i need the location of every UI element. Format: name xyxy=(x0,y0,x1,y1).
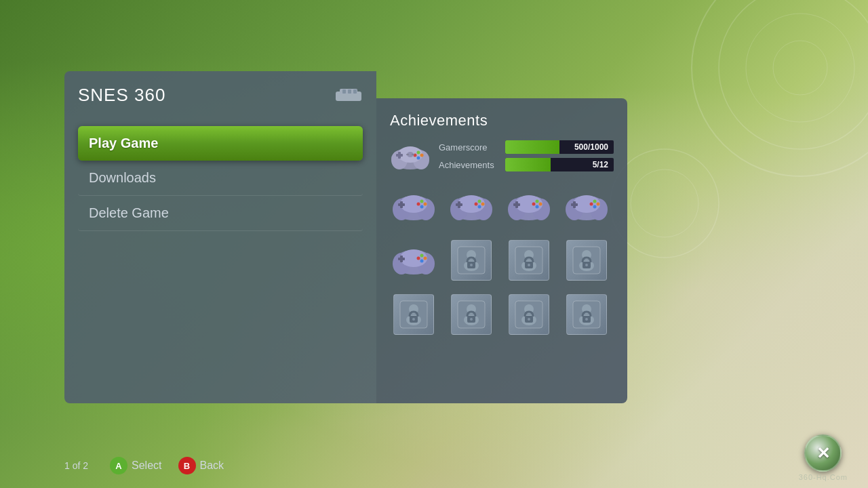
button-b-hint: B Back xyxy=(178,457,224,474)
locked-icon xyxy=(566,294,607,335)
svg-point-61 xyxy=(589,203,593,206)
cartridge-icon xyxy=(334,89,363,102)
svg-point-41 xyxy=(474,203,477,206)
button-b-letter: B xyxy=(184,461,190,471)
panel-title: SNES 360 xyxy=(78,85,363,106)
svg-rect-73 xyxy=(400,256,403,262)
svg-point-115 xyxy=(585,318,588,321)
svg-rect-9 xyxy=(348,89,351,94)
achievement-item-locked xyxy=(448,237,495,284)
svg-rect-33 xyxy=(400,201,403,208)
svg-point-3 xyxy=(773,41,827,95)
gamerscore-label: Gamerscore xyxy=(439,142,500,152)
menu-panel: SNES 360 Play Game Downloads Delete xyxy=(64,71,376,403)
site-watermark: 360-Hq.Com xyxy=(799,473,848,481)
achievement-item xyxy=(390,182,437,230)
achievement-item-locked xyxy=(448,291,495,338)
stats-row: Gamerscore 500/1000 Achievements 5/12 xyxy=(390,140,614,171)
svg-point-69 xyxy=(423,257,427,260)
xbox-x-letter: ✕ xyxy=(816,444,830,463)
locked-icon xyxy=(509,294,549,335)
svg-point-28 xyxy=(420,200,423,203)
svg-point-59 xyxy=(596,203,599,206)
menu-item-downloads[interactable]: Downloads xyxy=(78,161,363,196)
achievements-stat-label: Achievements xyxy=(439,160,500,170)
achievement-item xyxy=(448,182,495,230)
svg-point-85 xyxy=(528,264,530,266)
xbox-logo-container: ✕ 360-Hq.Com xyxy=(799,434,848,481)
button-a-label: Select xyxy=(132,460,161,472)
achievements-title: Achievements xyxy=(390,112,614,129)
downloads-label: Downloads xyxy=(89,170,156,185)
achievements-fill xyxy=(505,158,551,171)
svg-point-51 xyxy=(532,203,535,206)
achievement-item xyxy=(563,182,610,230)
svg-point-97 xyxy=(412,318,415,321)
svg-point-50 xyxy=(535,205,538,209)
menu-item-delete[interactable]: Delete Game xyxy=(78,196,363,231)
button-a-hint: A Select xyxy=(110,457,161,474)
gamerscore-line: Gamerscore 500/1000 xyxy=(439,140,614,154)
svg-point-29 xyxy=(423,203,427,206)
button-b[interactable]: B xyxy=(178,457,196,474)
svg-point-0 xyxy=(692,0,868,176)
achievement-grid xyxy=(390,182,614,338)
svg-rect-63 xyxy=(573,201,576,208)
svg-rect-10 xyxy=(353,89,357,94)
svg-point-49 xyxy=(538,203,542,206)
background-pattern xyxy=(597,0,868,271)
svg-rect-23 xyxy=(412,154,414,155)
svg-rect-8 xyxy=(342,89,346,94)
play-game-label: Play Game xyxy=(89,136,158,150)
gamerscore-bar: 500/1000 xyxy=(505,140,614,154)
svg-rect-53 xyxy=(515,201,518,208)
svg-point-18 xyxy=(420,154,424,157)
game-title: SNES 360 xyxy=(78,85,165,106)
achievement-item-locked xyxy=(563,237,610,284)
svg-point-17 xyxy=(417,151,420,155)
locked-icon xyxy=(451,294,492,335)
svg-point-58 xyxy=(593,200,596,203)
svg-point-68 xyxy=(420,254,423,258)
panels-container: SNES 360 Play Game Downloads Delete xyxy=(64,71,627,403)
achievements-stat-line: Achievements 5/12 xyxy=(439,158,614,171)
button-a[interactable]: A xyxy=(110,457,127,474)
svg-rect-16 xyxy=(398,152,401,159)
svg-point-39 xyxy=(481,203,484,206)
button-a-letter: A xyxy=(115,461,121,471)
svg-point-30 xyxy=(420,205,423,209)
menu-items-list: Play Game Downloads Delete Game xyxy=(78,126,363,231)
achievement-item-locked xyxy=(390,291,437,338)
svg-point-48 xyxy=(535,200,538,203)
svg-point-2 xyxy=(746,14,854,122)
locked-icon xyxy=(393,294,434,335)
delete-game-label: Delete Game xyxy=(89,205,169,220)
locked-icon xyxy=(566,240,607,281)
achievement-item xyxy=(390,237,437,284)
gamerscore-value: 500/1000 xyxy=(574,142,608,152)
svg-point-109 xyxy=(528,318,530,321)
svg-point-5 xyxy=(631,169,698,237)
locked-icon xyxy=(451,240,492,281)
svg-point-19 xyxy=(417,157,420,160)
achievement-item-locked xyxy=(505,291,553,338)
status-bar: 1 of 2 A Select B Back xyxy=(64,457,224,474)
svg-point-91 xyxy=(585,264,588,266)
achievements-bar: 5/12 xyxy=(505,158,614,171)
button-b-label: Back xyxy=(200,460,224,472)
svg-rect-43 xyxy=(458,201,460,208)
menu-item-play[interactable]: Play Game xyxy=(78,126,363,161)
xbox-logo: ✕ xyxy=(804,434,842,472)
stats-block: Gamerscore 500/1000 Achievements 5/12 xyxy=(439,140,614,171)
achievement-item xyxy=(505,182,553,230)
svg-point-70 xyxy=(420,260,423,263)
svg-point-38 xyxy=(477,200,481,203)
achievement-item-locked xyxy=(563,291,610,338)
svg-point-60 xyxy=(593,205,596,209)
svg-point-103 xyxy=(470,318,473,321)
svg-point-1 xyxy=(719,0,868,149)
svg-point-71 xyxy=(416,257,420,260)
achievement-item-locked xyxy=(505,237,553,284)
svg-point-79 xyxy=(470,264,473,266)
svg-point-40 xyxy=(477,205,481,209)
